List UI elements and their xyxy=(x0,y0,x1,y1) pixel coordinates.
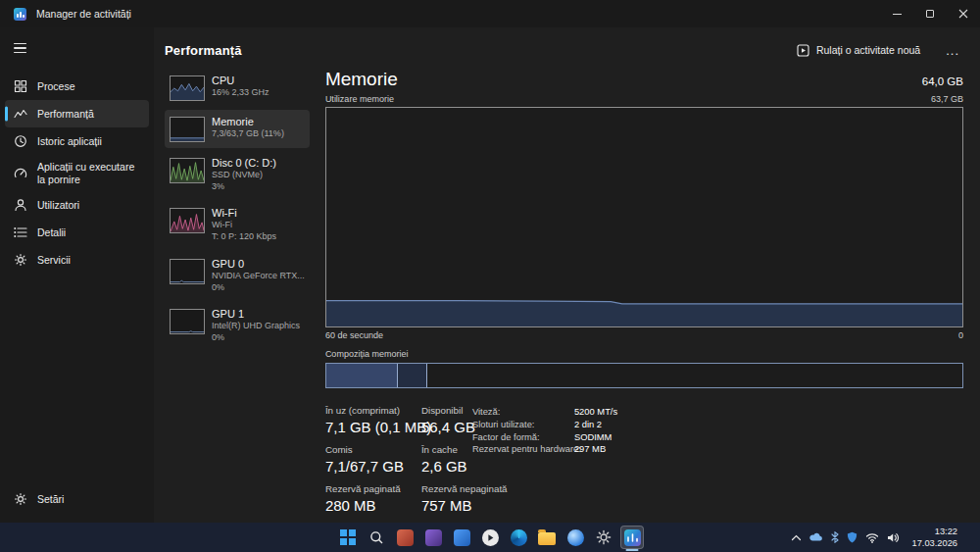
maximize-button[interactable] xyxy=(913,0,947,27)
detail-speed: Viteză: 5200 MT/s xyxy=(472,406,617,419)
taskbar-date: 17.03.2026 xyxy=(911,537,957,549)
taskbar-app-icon-4[interactable] xyxy=(564,526,587,549)
page-title: Performanță xyxy=(165,43,242,58)
wifi-mini-chart xyxy=(170,208,205,233)
settings-gear-icon xyxy=(13,492,27,506)
settings-gear-icon xyxy=(596,529,612,545)
task-manager-icon xyxy=(624,529,641,546)
memory-title: Memorie xyxy=(325,69,398,90)
bluetooth-icon[interactable] xyxy=(831,531,839,543)
taskbar-edge-button[interactable] xyxy=(507,526,530,549)
run-new-task-button[interactable]: Rulați o activitate nouă xyxy=(791,40,926,61)
chart-x-left-label: 60 de secunde xyxy=(325,330,383,340)
users-icon xyxy=(13,198,27,212)
more-options-button[interactable]: ... xyxy=(942,41,963,60)
hidden-icons-chevron[interactable] xyxy=(791,534,802,541)
memory-usage-chart-label: Utilizare memorie xyxy=(325,94,394,104)
taskbar-search-button[interactable] xyxy=(365,526,388,549)
perf-item-cpu[interactable]: CPU 16% 2,33 GHz xyxy=(165,69,310,107)
titlebar: Manager de activități xyxy=(0,0,980,27)
perf-item-gpu0[interactable]: GPU 0 NVIDIA GeForce RTX... 0% xyxy=(165,252,310,299)
performance-category-list: CPU 16% 2,33 GHz Memorie 7,3/63,7 GB (11… xyxy=(165,69,312,523)
blue-x-app-icon xyxy=(454,529,470,546)
taskbar-clock[interactable]: 13:22 17.03.2026 xyxy=(911,526,957,549)
sidebar-item-startup-apps[interactable]: Aplicații cu executare la pornire xyxy=(5,155,149,191)
chart-x-right-label: 0 xyxy=(958,330,963,340)
gpu0-mini-chart xyxy=(170,259,205,284)
performance-icon xyxy=(13,107,27,121)
taskbar-media-player-button[interactable] xyxy=(478,526,502,549)
perf-item-disk0[interactable]: Disc 0 (C: D:) SSD (NVMe) 3% xyxy=(165,151,310,198)
processes-icon xyxy=(13,79,27,93)
minimize-button[interactable] xyxy=(880,0,913,27)
detail-form-factor: Factor de formă: SODIMM xyxy=(472,431,617,444)
memory-mini-chart xyxy=(170,117,205,142)
taskbar-app-icon-3[interactable] xyxy=(450,526,473,549)
search-icon xyxy=(369,530,384,545)
sidebar-item-details[interactable]: Detalii xyxy=(5,219,149,246)
windows-logo-icon xyxy=(340,529,356,545)
task-manager-window: Manager de activități Procese Pe xyxy=(0,0,980,552)
memory-usage-chart xyxy=(325,107,963,327)
sidebar-item-services[interactable]: Servicii xyxy=(5,246,149,274)
sidebar-item-label: Istoric aplicații xyxy=(37,135,102,148)
sidebar-item-users[interactable]: Utilizatori xyxy=(5,191,149,219)
memory-stats: În uz (comprimat) 7,1 GB (0,1 MB) Comis … xyxy=(325,405,963,523)
taskbar-app-icon-1[interactable] xyxy=(393,526,416,549)
blue-round-app-icon xyxy=(567,529,584,546)
taskbar-settings-button[interactable] xyxy=(592,526,615,549)
memory-composition-label: Compoziția memoriei xyxy=(325,349,963,359)
memory-chart-max: 63,7 GB xyxy=(931,94,963,104)
memory-capacity: 64,0 GB xyxy=(922,75,963,87)
maximize-icon xyxy=(926,10,934,18)
detail-slots-used: Sloturi utilizate: 2 din 2 xyxy=(472,419,617,431)
run-new-task-icon xyxy=(797,44,809,57)
start-button[interactable] xyxy=(336,526,360,549)
services-gear-icon xyxy=(13,253,27,267)
perf-item-wifi[interactable]: Wi-Fi Wi-Fi T: 0 P: 120 Kbps xyxy=(165,201,310,248)
stat-non-paged-pool: Rezervă nepaginată 757 MB xyxy=(421,483,508,514)
sidebar-item-app-history[interactable]: Istoric aplicații xyxy=(5,127,149,155)
system-tray: 13:22 17.03.2026 xyxy=(791,523,980,552)
performance-page: Performanță Rulați o activitate nouă ... xyxy=(154,27,980,523)
sidebar-item-label: Servicii xyxy=(37,254,71,267)
edge-browser-icon xyxy=(511,529,527,546)
stat-committed: Comis 7,1/67,7 GB xyxy=(325,444,421,475)
cpu-mini-chart xyxy=(170,75,205,101)
taskbar: 13:22 17.03.2026 xyxy=(0,523,980,552)
sidebar-item-label: Procese xyxy=(37,80,75,93)
stat-paged-pool: Rezervă paginată 280 MB xyxy=(325,483,421,514)
memory-modified-segment xyxy=(398,364,427,387)
memory-in-use-segment xyxy=(326,364,398,387)
taskbar-time: 13:22 xyxy=(935,526,957,537)
media-player-icon xyxy=(482,529,499,546)
close-button[interactable] xyxy=(947,0,980,27)
perf-item-memory[interactable]: Memorie 7,3/63,7 GB (11%) xyxy=(165,110,310,148)
taskbar-app-icon-2[interactable] xyxy=(421,526,445,549)
file-explorer-icon xyxy=(538,532,556,545)
memory-composition-bar xyxy=(325,363,963,388)
navigation-menu-button[interactable] xyxy=(7,35,40,61)
onedrive-cloud-icon[interactable] xyxy=(809,532,823,542)
startup-gauge-icon xyxy=(13,167,27,180)
sidebar-item-label: Aplicații cu executare la pornire xyxy=(37,161,141,185)
sidebar-item-processes[interactable]: Procese xyxy=(5,73,149,100)
sidebar-item-settings[interactable]: Setări xyxy=(5,485,149,513)
volume-icon[interactable] xyxy=(887,532,900,543)
wifi-icon[interactable] xyxy=(865,532,879,543)
perf-item-gpu1[interactable]: GPU 1 Intel(R) UHD Graphics 0% xyxy=(165,302,310,349)
sidebar-item-label: Setări xyxy=(37,493,64,506)
sidebar-item-performance[interactable]: Performanță xyxy=(5,100,149,127)
security-shield-icon[interactable] xyxy=(847,531,858,543)
minimize-icon xyxy=(893,14,902,15)
details-list-icon xyxy=(13,226,27,239)
stat-in-use: În uz (comprimat) 7,1 GB (0,1 MB) xyxy=(325,405,421,435)
memory-hardware-details: Viteză: 5200 MT/s Sloturi utilizate: 2 d… xyxy=(472,406,617,456)
taskbar-file-explorer-button[interactable] xyxy=(535,526,559,549)
close-icon xyxy=(958,9,968,19)
detail-hardware-reserved: Rezervat pentru hardware: 297 MB xyxy=(472,443,617,456)
memory-detail-panel: Memorie 64,0 GB Utilizare memorie 63,7 G… xyxy=(312,69,963,523)
disk-mini-chart xyxy=(170,158,205,183)
show-desktop-button[interactable] xyxy=(965,523,968,552)
taskbar-task-manager-button[interactable] xyxy=(620,526,644,549)
